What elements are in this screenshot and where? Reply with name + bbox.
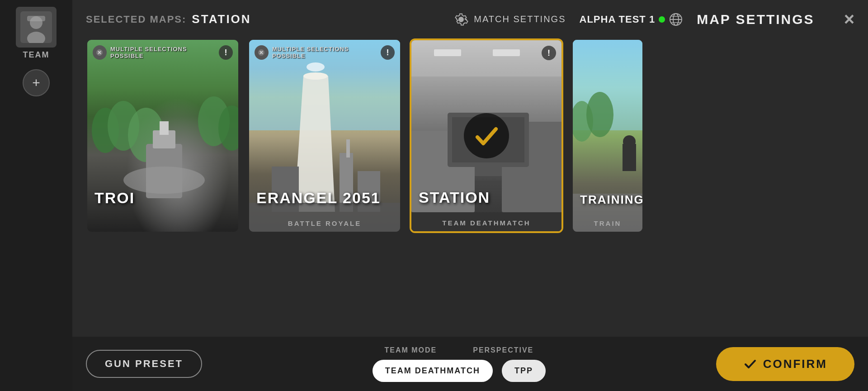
close-button[interactable]: ×	[844, 9, 854, 29]
confirm-label: CONFIRM	[763, 357, 827, 371]
station-map-name: STATION	[419, 189, 490, 206]
main-content: SELECTED MAPS: STATION MATCH SETTINGS AL…	[72, 0, 868, 391]
alpha-test-label: ALPHA TEST 1	[580, 14, 656, 25]
confirm-checkmark-icon	[743, 357, 757, 371]
confirm-button[interactable]: CONFIRM	[716, 347, 854, 381]
troi-map-name: TROI	[94, 189, 135, 207]
selected-maps-label: SELECTED MAPS:	[86, 14, 186, 25]
station-info-badge[interactable]: !	[542, 46, 556, 60]
gear-icon	[453, 11, 469, 28]
tpp-pill[interactable]: TPP	[502, 360, 546, 382]
training-map-mode: TRAIN	[573, 219, 642, 227]
maps-container: MULTIPLE SELECTIONS POSSIBLE ! TROI	[72, 34, 868, 296]
erangel-multiple-badge: MULTIPLE SELECTIONS POSSIBLE	[255, 45, 381, 60]
erangel-map-mode: BATTLE ROYALE	[249, 219, 400, 227]
center-options: TEAM MODE PERSPECTIVE TEAM DEATHMATCH TP…	[373, 346, 546, 382]
match-settings-button[interactable]: MATCH SETTINGS	[453, 11, 566, 28]
selected-maps-value: STATION	[192, 12, 251, 26]
selected-maps-section: SELECTED MAPS: STATION	[86, 12, 251, 26]
troi-badge-text: MULTIPLE SELECTIONS POSSIBLE	[110, 46, 219, 59]
add-team-button[interactable]: +	[23, 69, 50, 96]
team-label: TEAM	[23, 50, 50, 60]
erangel-info-badge[interactable]: !	[381, 45, 395, 60]
badge-circle-e	[255, 45, 269, 60]
team-mode-label: TEAM MODE	[384, 346, 437, 354]
map-settings-title: MAP SETTINGS	[697, 12, 814, 27]
globe-icon	[669, 12, 683, 27]
erangel-badge-text: MULTIPLE SELECTIONS POSSIBLE	[272, 46, 381, 59]
avatar-container: TEAM +	[16, 7, 57, 96]
header: SELECTED MAPS: STATION MATCH SETTINGS AL…	[72, 0, 868, 34]
perspective-label: PERSPECTIVE	[473, 346, 533, 354]
map-card-erangel[interactable]: MULTIPLE SELECTIONS POSSIBLE ! ERANGEL 2…	[248, 38, 401, 233]
map-card-training[interactable]: TRAINING TRAIN	[571, 38, 644, 233]
station-map-mode: TEAM DEATHMATCH	[411, 219, 561, 227]
station-card-top: !	[411, 40, 561, 60]
training-card-top	[573, 40, 642, 45]
badge-circle	[93, 45, 107, 60]
gun-preset-button[interactable]: GUN PRESET	[86, 350, 202, 378]
map-card-troi[interactable]: MULTIPLE SELECTIONS POSSIBLE ! TROI	[86, 38, 240, 233]
troi-info-badge[interactable]: !	[219, 45, 233, 60]
avatar	[16, 7, 57, 48]
map-card-station[interactable]: ! STATION TEAM DEATHMATCH	[410, 38, 563, 233]
team-deathmatch-pill[interactable]: TEAM DEATHMATCH	[373, 360, 493, 382]
alpha-test-section[interactable]: ALPHA TEST 1	[580, 12, 684, 27]
online-indicator	[659, 16, 665, 23]
mode-labels: TEAM MODE PERSPECTIVE	[384, 346, 533, 354]
svg-rect-3	[27, 16, 45, 21]
mode-pills: TEAM DEATHMATCH TPP	[373, 360, 546, 382]
erangel-map-name: ERANGEL 2051	[256, 189, 381, 207]
sidebar: TEAM +	[0, 0, 72, 391]
erangel-card-top: MULTIPLE SELECTIONS POSSIBLE !	[249, 40, 400, 60]
header-right: MATCH SETTINGS ALPHA TEST 1 MAP SETTINGS…	[453, 9, 854, 29]
troi-multiple-badge: MULTIPLE SELECTIONS POSSIBLE	[93, 45, 219, 60]
bottom-bar: GUN PRESET TEAM MODE PERSPECTIVE TEAM DE…	[72, 337, 868, 391]
match-settings-label: MATCH SETTINGS	[474, 14, 566, 24]
training-map-name: TRAINING	[580, 193, 644, 207]
troi-card-top: MULTIPLE SELECTIONS POSSIBLE !	[87, 40, 238, 60]
